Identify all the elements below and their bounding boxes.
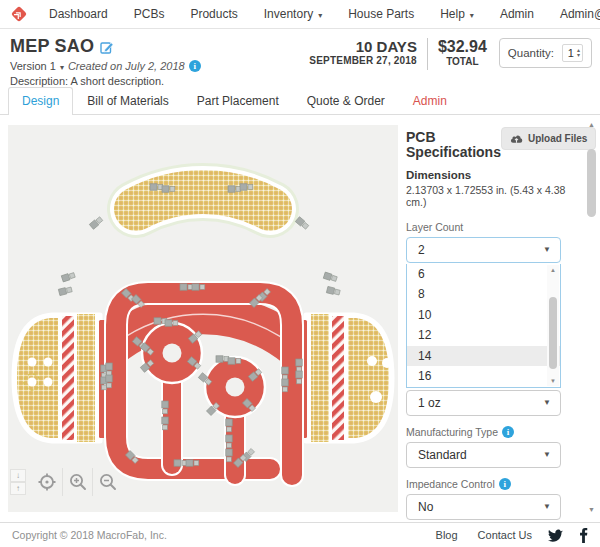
page-header: MEP SAO Version 1 Created on July 2, 201… xyxy=(0,29,600,88)
tab-design[interactable]: Design xyxy=(8,87,73,115)
nav-admin-label: Admin xyxy=(500,7,534,21)
tab-bar: Design Bill of Materials Part Placement … xyxy=(0,88,600,115)
layer-option-6[interactable]: 6 xyxy=(407,264,560,285)
dropdown-scrollbar[interactable]: ▲ ▼ xyxy=(547,265,559,386)
pcb-viewer-canvas[interactable]: ↓ ↑ xyxy=(8,125,398,512)
nav-account-menu[interactable]: Admin@macrofab.net xyxy=(547,7,600,21)
layer-count-dropdown: 6 8 10 12 14 16 ▲ ▼ xyxy=(406,264,561,388)
page-footer: Copyright © 2018 MacroFab, Inc. Blog Con… xyxy=(0,522,600,547)
copyright-text: Copyright © 2018 MacroFab, Inc. xyxy=(12,529,416,541)
top-navbar: Dashboard PCBs Products Inventory House … xyxy=(0,0,600,29)
layer-option-8[interactable]: 8 xyxy=(407,284,560,305)
nav-inventory-label: Inventory xyxy=(264,7,313,21)
nav-products-label: Products xyxy=(190,7,237,21)
caret-down-icon xyxy=(316,7,322,21)
description-text: Description: A short description. xyxy=(10,75,309,87)
nav-inventory[interactable]: Inventory xyxy=(251,7,335,21)
twitter-icon[interactable] xyxy=(548,529,563,542)
zoom-in-icon xyxy=(68,472,88,492)
layer-option-12[interactable]: 12 xyxy=(407,325,560,346)
facebook-icon[interactable] xyxy=(579,528,588,543)
nav-help-label: Help xyxy=(440,7,465,21)
created-date: Created on July 2, 2018 xyxy=(68,60,185,72)
layer-option-14[interactable]: 14 xyxy=(407,346,560,367)
nav-pcbs-label: PCBs xyxy=(134,7,165,21)
pcb-specifications-panel: PCB Specifications Upload Files Dimensio… xyxy=(406,127,572,522)
manufacturing-type-label: Manufacturing Type xyxy=(406,426,498,438)
copper-weight-select[interactable]: 1 oz ▼ xyxy=(406,390,561,416)
scroll-up-icon[interactable]: ↑ xyxy=(10,482,26,495)
divider xyxy=(427,38,428,70)
upload-files-button[interactable]: Upload Files xyxy=(501,127,596,150)
version-selector[interactable]: Version 1 xyxy=(10,60,64,72)
specs-title: PCB Specifications xyxy=(406,127,501,161)
tab-bill-of-materials[interactable]: Bill of Materials xyxy=(73,87,182,114)
scroll-up-icon[interactable]: ▲ xyxy=(550,265,556,275)
zoom-out-button[interactable] xyxy=(92,468,122,496)
quantity-label: Quantity: xyxy=(508,47,554,59)
version-label: Version 1 xyxy=(10,60,56,72)
scroll-up-icon[interactable]: ▲ xyxy=(585,121,598,128)
scroll-down-icon[interactable]: ▼ xyxy=(585,506,598,513)
canvas-controls: ↓ ↑ xyxy=(10,468,122,496)
nav-help[interactable]: Help xyxy=(427,7,487,21)
quantity-value: 1 xyxy=(568,47,574,59)
panel-scrollbar[interactable]: ▲ ▼ xyxy=(585,121,598,513)
layer-option-10[interactable]: 10 xyxy=(407,305,560,326)
layer-option-16[interactable]: 16 xyxy=(407,366,560,387)
manufacturing-type-select[interactable]: Standard ▼ xyxy=(406,442,561,468)
scrollbar-thumb[interactable] xyxy=(587,149,596,217)
header-left: MEP SAO Version 1 Created on July 2, 201… xyxy=(10,36,309,87)
ship-date: SEPTEMBER 27, 2018 xyxy=(309,55,417,67)
dimensions-value: 2.13703 x 1.72553 in. (5.43 x 4.38 cm.) xyxy=(406,184,572,208)
nav-house-parts[interactable]: House Parts xyxy=(335,7,427,21)
manufacturing-type-value: Standard xyxy=(418,448,467,462)
zoom-in-button[interactable] xyxy=(62,468,92,496)
layer-count-select[interactable]: 2 ▼ xyxy=(406,237,561,263)
caret-down-icon xyxy=(468,7,474,21)
pcb-render xyxy=(8,125,398,512)
total-label: TOTAL xyxy=(438,56,487,68)
nav-dashboard-label: Dashboard xyxy=(49,7,108,21)
edit-icon[interactable] xyxy=(100,40,114,54)
layer-count-label: Layer Count xyxy=(406,221,572,233)
tab-admin[interactable]: Admin xyxy=(399,87,461,114)
scroll-down-icon[interactable]: ▼ xyxy=(550,376,556,386)
contact-us-link[interactable]: Contact Us xyxy=(478,529,532,541)
quantity-box: Quantity: 1 ▴ ▾ xyxy=(499,38,592,68)
macrofab-logo-icon[interactable] xyxy=(10,5,28,23)
info-icon[interactable] xyxy=(499,478,511,490)
nav-admin[interactable]: Admin xyxy=(487,7,547,21)
info-icon[interactable] xyxy=(502,426,514,438)
header-right: 10 DAYS SEPTEMBER 27, 2018 $32.94 TOTAL … xyxy=(309,36,592,70)
upload-files-label: Upload Files xyxy=(528,133,587,144)
scrollbar-thumb[interactable] xyxy=(549,297,557,369)
caret-down-icon: ▼ xyxy=(543,245,551,254)
total-block: $32.94 TOTAL xyxy=(438,38,487,68)
lead-time-block: 10 DAYS SEPTEMBER 27, 2018 xyxy=(309,38,417,67)
nav-account-label: Admin@macrofab.net xyxy=(560,7,600,21)
main-content: ↓ ↑ xyxy=(0,115,600,522)
total-value: $32.94 xyxy=(438,38,487,56)
caret-down-icon: ▼ xyxy=(543,450,551,459)
page-title: MEP SAO xyxy=(10,36,94,57)
tab-quote-order[interactable]: Quote & Order xyxy=(293,87,399,114)
crosshair-icon xyxy=(37,472,57,492)
center-view-button[interactable] xyxy=(32,468,62,496)
scroll-down-icon[interactable]: ↓ xyxy=(10,469,26,482)
quantity-decrement-icon[interactable]: ▾ xyxy=(577,53,580,58)
impedance-control-select[interactable]: No ▼ xyxy=(406,494,561,520)
blog-link[interactable]: Blog xyxy=(436,529,458,541)
info-icon[interactable] xyxy=(189,60,201,72)
caret-down-icon: ▼ xyxy=(543,502,551,511)
lead-time-value: 10 DAYS xyxy=(309,38,417,55)
dimensions-label: Dimensions xyxy=(406,169,572,181)
impedance-control-value: No xyxy=(418,500,433,514)
nav-dashboard[interactable]: Dashboard xyxy=(36,7,121,21)
tab-part-placement[interactable]: Part Placement xyxy=(183,87,293,114)
nav-products[interactable]: Products xyxy=(177,7,250,21)
nav-house-parts-label: House Parts xyxy=(348,7,414,21)
quantity-input[interactable]: 1 ▴ ▾ xyxy=(562,44,583,62)
caret-down-icon: ▼ xyxy=(543,398,551,407)
nav-pcbs[interactable]: PCBs xyxy=(121,7,178,21)
